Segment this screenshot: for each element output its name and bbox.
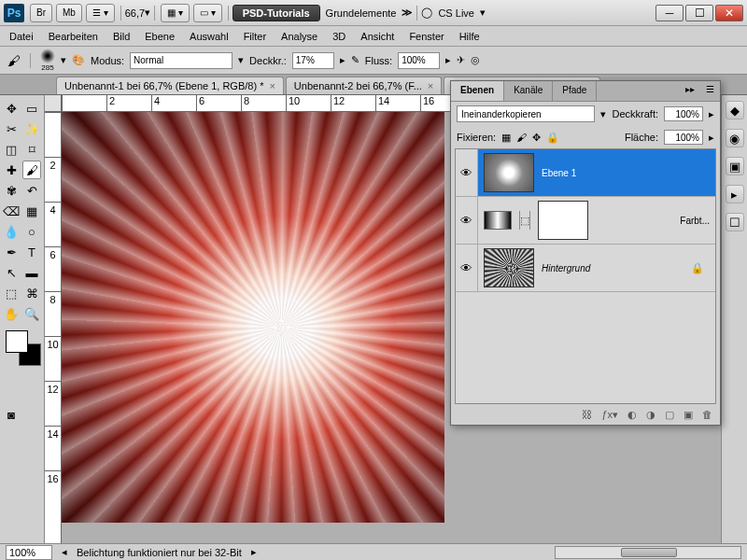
menu-3d[interactable]: 3D (332, 31, 345, 42)
app-icon[interactable]: Ps (4, 4, 24, 22)
opacity-input[interactable] (292, 52, 334, 69)
new-layer-icon[interactable]: ▣ (684, 409, 693, 421)
menu-datei[interactable]: Datei (9, 31, 34, 42)
zoom-tool[interactable]: 🔍 (22, 304, 41, 323)
minimize-button[interactable]: ─ (655, 5, 684, 21)
info-panel-icon[interactable]: ☐ (726, 213, 744, 231)
visibility-toggle[interactable]: 👁 (456, 245, 478, 291)
brush-panel-icon[interactable]: 🎨 (72, 54, 85, 66)
quickmask-tool[interactable]: ◙ (2, 405, 21, 424)
zoom-level[interactable]: 66,7 (125, 7, 145, 19)
history-brush-tool[interactable]: ↶ (22, 181, 41, 200)
collapse-icon[interactable]: ▸▸ (680, 81, 700, 101)
panel-menu-icon[interactable]: ☰ (700, 81, 720, 101)
zoom-input[interactable]: 100% (6, 545, 52, 560)
cslive-button[interactable]: CS Live (438, 7, 474, 19)
color-swatches[interactable] (6, 330, 41, 366)
doc-tab-1[interactable]: Unbenannt-1 bei 66,7% (Ebene 1, RGB/8) *… (56, 77, 284, 94)
maximize-button[interactable]: ☐ (685, 5, 713, 21)
dodge-tool[interactable]: ○ (22, 222, 41, 241)
marquee-tool[interactable]: ▭ (22, 99, 41, 118)
tablet-size-icon[interactable]: ◎ (471, 54, 480, 66)
gradient-tool[interactable]: ▦ (22, 202, 41, 220)
heal-tool[interactable]: ✚ (2, 161, 21, 179)
3d-cam-tool[interactable]: ⌘ (22, 284, 41, 302)
minibridge-button[interactable]: Mb (56, 4, 82, 22)
link-layers-icon[interactable]: ⛓ (582, 409, 592, 420)
adjustment-layer-icon[interactable]: ◑ (646, 409, 655, 421)
type-tool[interactable]: T (22, 243, 41, 261)
layer-mask-thumb[interactable] (538, 201, 588, 240)
3d-tool[interactable]: ⬚ (2, 284, 21, 302)
menu-auswahl[interactable]: Auswahl (190, 31, 229, 42)
lock-paint-icon[interactable]: 🖌 (516, 132, 527, 144)
layer-item[interactable]: 👁 ⬚ Farbt... (456, 197, 715, 245)
layer-fill-input[interactable] (664, 130, 703, 145)
mask-icon[interactable]: ◐ (627, 409, 637, 421)
layer-item[interactable]: 👁 Ebene 1 (456, 149, 715, 197)
tablet-opacity-icon[interactable]: ✎ (351, 54, 359, 66)
workspace-name[interactable]: Grundelemente (326, 7, 397, 19)
lock-all-icon[interactable]: 🔒 (546, 132, 559, 144)
fg-color[interactable] (6, 330, 28, 353)
filmstrip-icon[interactable]: ☰ ▾ (86, 4, 115, 22)
delete-layer-icon[interactable]: 🗑 (702, 409, 712, 420)
move-tool[interactable]: ✥ (2, 99, 21, 118)
mask-link-icon[interactable]: ⬚ (519, 211, 530, 230)
blend-mode-select[interactable] (130, 52, 233, 69)
color-panel-icon[interactable]: ◆ (726, 101, 744, 119)
flow-input[interactable] (398, 52, 440, 69)
airbrush-icon[interactable]: ✈ (457, 54, 465, 66)
close-icon[interactable]: × (269, 80, 275, 91)
layer-thumb[interactable] (484, 248, 534, 287)
layer-name[interactable]: Farbt... (596, 216, 710, 226)
actions-panel-icon[interactable]: ▸ (726, 185, 744, 203)
layer-opacity-input[interactable] (664, 106, 703, 121)
menu-ansicht[interactable]: Ansicht (360, 31, 394, 42)
close-button[interactable]: ✕ (715, 5, 743, 21)
bridge-button[interactable]: Br (30, 4, 52, 22)
blur-tool[interactable]: 💧 (2, 222, 21, 241)
canvas[interactable] (62, 112, 444, 523)
tab-pfade[interactable]: Pfade (553, 81, 597, 101)
eyedropper-tool[interactable]: ⌑ (22, 140, 41, 159)
menu-hilfe[interactable]: Hilfe (459, 31, 480, 42)
visibility-toggle[interactable]: 👁 (456, 149, 478, 196)
layer-thumb[interactable] (484, 153, 534, 192)
tab-ebenen[interactable]: Ebenen (451, 81, 504, 101)
doc-tab-2[interactable]: Unbenannt-2 bei 66,7% (F...× (286, 77, 442, 94)
workspace-button[interactable]: PSD-Tutorials (233, 5, 320, 21)
brush-tool-icon[interactable]: 🖌 (7, 53, 21, 68)
tab-kanaele[interactable]: Kanäle (504, 81, 553, 101)
menu-filter[interactable]: Filter (244, 31, 266, 42)
menu-ebene[interactable]: Ebene (145, 31, 175, 42)
crop-tool[interactable]: ◫ (2, 140, 21, 159)
fx-icon[interactable]: ƒx▾ (601, 409, 618, 421)
layer-name[interactable]: Ebene 1 (542, 168, 710, 178)
wand-tool[interactable]: ✨ (22, 119, 41, 138)
menu-analyse[interactable]: Analyse (281, 31, 317, 42)
lasso-tool[interactable]: ✂ (2, 119, 21, 138)
stamp-tool[interactable]: ✾ (2, 181, 21, 200)
lock-transparent-icon[interactable]: ▦ (501, 132, 511, 144)
brush-preview-icon[interactable] (40, 49, 55, 63)
visibility-toggle[interactable]: 👁 (456, 197, 478, 244)
layer-name[interactable]: Hintergrund (542, 263, 684, 273)
layer-item[interactable]: 👁 Hintergrund 🔒 (456, 245, 715, 292)
adjustment-icon[interactable] (484, 211, 512, 230)
h-scrollbar[interactable] (555, 546, 741, 559)
lock-move-icon[interactable]: ✥ (532, 132, 541, 144)
close-icon[interactable]: × (428, 80, 433, 91)
ruler-origin[interactable] (45, 95, 62, 112)
blend-mode-select[interactable] (457, 105, 595, 122)
menu-bild[interactable]: Bild (113, 31, 130, 42)
arrange-icon[interactable]: ▦ ▾ (161, 4, 190, 22)
menu-fenster[interactable]: Fenster (409, 31, 444, 42)
swatches-panel-icon[interactable]: ◉ (726, 129, 744, 147)
eraser-tool[interactable]: ⌫ (2, 202, 21, 220)
menu-bearbeiten[interactable]: Bearbeiten (49, 31, 98, 42)
shape-tool[interactable]: ▬ (22, 263, 41, 282)
pen-tool[interactable]: ✒ (2, 243, 21, 261)
group-icon[interactable]: ▢ (665, 409, 674, 421)
status-prev-icon[interactable]: ◂ (62, 546, 67, 558)
